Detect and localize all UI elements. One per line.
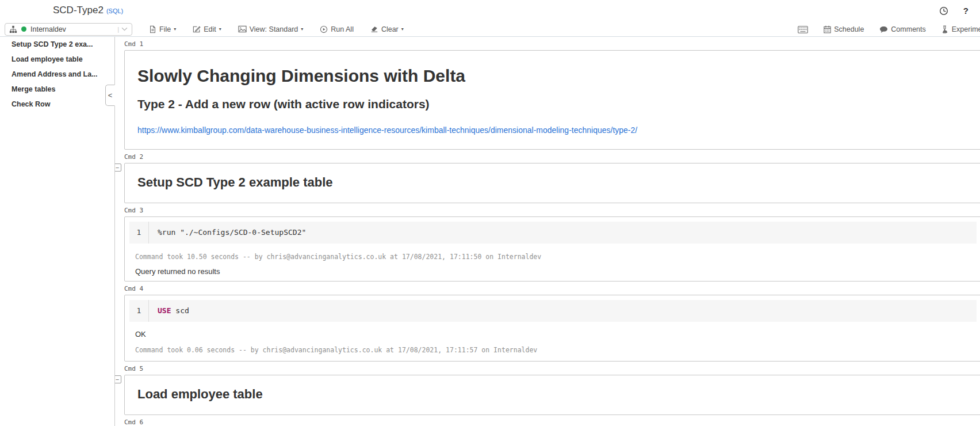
md-section-heading: Setup SCD Type 2 example table — [137, 175, 971, 190]
clock-icon[interactable] — [939, 6, 948, 16]
cmd-label-1: Cmd 1 — [124, 40, 980, 48]
notebook-language-badge: (SQL) — [106, 7, 123, 14]
chevron-left-icon: < — [108, 91, 113, 100]
cmd-label-4: Cmd 4 — [124, 285, 980, 293]
comments-icon — [879, 26, 888, 33]
run-all-label: Run All — [331, 25, 354, 33]
file-menu-label: File — [159, 25, 171, 33]
experiment-button[interactable]: Experiment — [941, 25, 980, 33]
code-text[interactable]: USE scd — [149, 300, 189, 322]
run-all-icon — [320, 25, 328, 33]
run-all-button[interactable]: Run All — [320, 25, 354, 33]
clear-menu[interactable]: Clear ▾ — [370, 25, 404, 33]
experiment-flask-icon — [941, 25, 949, 33]
edit-menu[interactable]: Edit ▾ — [193, 25, 221, 33]
experiment-label: Experiment — [952, 25, 980, 33]
view-menu-label: View: Standard — [250, 25, 298, 33]
code-text[interactable]: %run "./~Configs/SCD-0-SetupSCD2" — [149, 222, 306, 244]
schedule-label: Schedule — [834, 25, 864, 33]
help-icon[interactable]: ? — [963, 6, 968, 16]
markdown-cell-5[interactable]: − Load employee table — [124, 375, 980, 415]
cluster-dropdown-caret[interactable]: | — [117, 26, 128, 33]
comments-button[interactable]: Comments — [879, 25, 925, 33]
chevron-down-icon: ▾ — [174, 27, 176, 32]
collapse-section-icon[interactable]: − — [115, 163, 121, 172]
edit-menu-label: Edit — [204, 25, 216, 33]
cmd-label-2: Cmd 2 — [124, 153, 980, 161]
markdown-cell-2[interactable]: − Setup SCD Type 2 example table — [124, 163, 980, 203]
schedule-button[interactable]: Schedule — [824, 25, 864, 33]
md-heading-2: Type 2 - Add a new row (with active row … — [137, 97, 971, 112]
file-menu[interactable]: File ▾ — [149, 25, 176, 33]
chevron-down-icon: ▾ — [219, 27, 221, 32]
toc-item-amend-address[interactable]: Amend Address and La... — [0, 67, 114, 82]
cmd-label-6: Cmd 6 — [124, 419, 980, 426]
kimballgroup-link[interactable]: https://www.kimballgroup.com/data-wareho… — [137, 125, 971, 135]
sql-keyword: USE — [158, 306, 171, 315]
code-editor[interactable]: 1 USE scd — [129, 300, 977, 322]
file-icon — [149, 25, 156, 33]
cluster-selector[interactable]: Internaldev | — [5, 23, 132, 36]
line-number: 1 — [129, 222, 149, 244]
clear-icon — [370, 25, 378, 33]
code-cell-4[interactable]: 1 USE scd OK Command took 0.06 seconds -… — [124, 295, 980, 362]
code-editor[interactable]: 1 %run "./~Configs/SCD-0-SetupSCD2" — [129, 222, 977, 244]
notebook-title[interactable]: SCD-Type2 — [53, 5, 104, 16]
code-rest: scd — [171, 306, 189, 315]
command-status: Command took 0.06 seconds -- by chris@ad… — [135, 346, 980, 354]
toc-item-load-employee[interactable]: Load employee table — [0, 52, 114, 67]
clear-menu-label: Clear — [381, 25, 399, 33]
cmd-label-3: Cmd 3 — [124, 207, 980, 215]
cmd-label-5: Cmd 5 — [124, 365, 980, 373]
md-section-heading: Load employee table — [137, 387, 971, 402]
command-status: Command took 10.50 seconds -- by chris@a… — [135, 253, 980, 261]
comments-label: Comments — [891, 25, 925, 33]
cluster-name: Internaldev — [30, 25, 113, 33]
toc-item-setup-scd[interactable]: Setup SCD Type 2 exa... — [0, 37, 114, 52]
md-heading-1: Slowly Changing Dimensions with Delta — [137, 66, 971, 86]
toc-sidebar: Setup SCD Type 2 exa... Load employee ta… — [0, 37, 115, 426]
view-menu[interactable]: View: Standard ▾ — [238, 25, 304, 33]
cluster-icon — [9, 25, 17, 33]
view-icon — [238, 25, 247, 33]
keyboard-shortcuts-icon[interactable] — [798, 26, 808, 33]
notebook-toolbar: Internaldev | File ▾ Edit ▾ — [0, 22, 980, 37]
notebook-title-wrap: SCD-Type2(SQL) — [53, 5, 123, 16]
notebook-header: SCD-Type2(SQL) ? — [0, 0, 980, 22]
collapse-section-icon[interactable]: − — [115, 375, 121, 383]
toc-item-check-row[interactable]: Check Row — [0, 97, 114, 112]
sidebar-collapse-button[interactable]: < — [105, 85, 115, 106]
line-number: 1 — [129, 300, 149, 322]
markdown-cell-1[interactable]: Slowly Changing Dimensions with Delta Ty… — [124, 50, 980, 150]
edit-icon — [193, 25, 201, 33]
notebook-body: Cmd 1 Slowly Changing Dimensions with De… — [115, 37, 980, 426]
code-cell-3[interactable]: 1 %run "./~Configs/SCD-0-SetupSCD2" Comm… — [124, 216, 980, 282]
calendar-icon — [824, 25, 831, 33]
command-result: OK — [135, 330, 980, 339]
command-result: Query returned no results — [135, 267, 980, 276]
chevron-down-icon: ▾ — [301, 27, 303, 32]
cluster-status-dot — [21, 26, 26, 32]
chevron-down-icon: ▾ — [401, 27, 404, 32]
toc-item-merge-tables[interactable]: Merge tables — [0, 82, 114, 97]
